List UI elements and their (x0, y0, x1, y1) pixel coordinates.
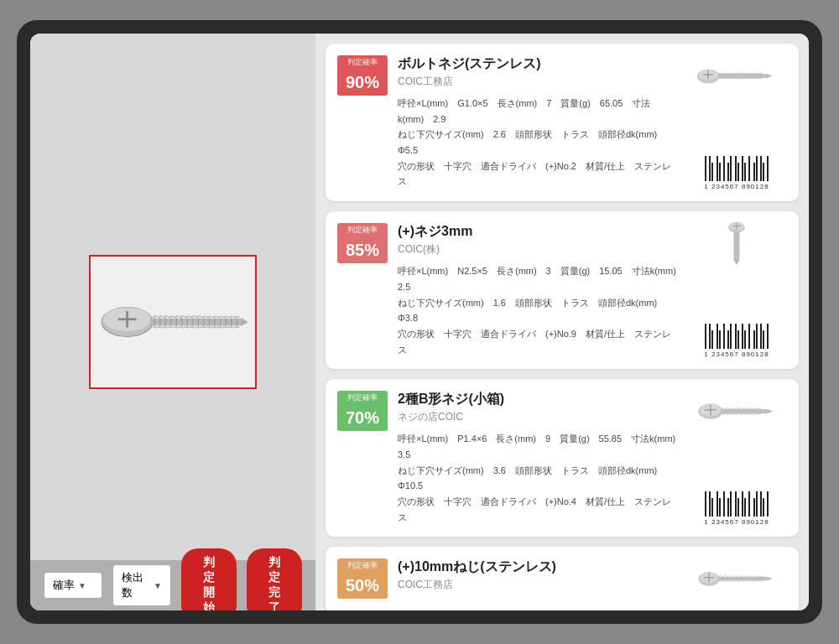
screw-icon-4 (695, 563, 779, 596)
barcode-bars-1 (705, 156, 769, 181)
card-title-4: (+)10mmねじ(ステンレス) (398, 558, 676, 576)
barcode-bars-2 (705, 324, 769, 349)
card-title-1: ボルトネジ(ステンレス) (398, 55, 676, 73)
card-image-barcode-1: 1 234567 890128 (686, 55, 787, 190)
card-specs-2: 呼径×L(mm) N2.5×5 長さ(mm) 3 質量(g) 15.05 寸法k… (398, 263, 676, 357)
card-shop-3: ネジの店COIC (398, 410, 676, 424)
barcode-2: 1 234567 890128 (690, 324, 783, 357)
svg-marker-21 (242, 319, 248, 326)
screw-thumb-4 (695, 558, 779, 600)
badge-value-4: 50% (337, 573, 388, 599)
screen: 確率 ▼ 検出数 ▼ 判定開始 判定完了 判定確率 (30, 34, 809, 610)
badge-value-1: 90% (337, 70, 388, 96)
badge-value-2: 85% (337, 237, 388, 263)
barcode-bars-3 (705, 491, 769, 517)
card-specs-3: 呼径×L(mm) P1.4×6 長さ(mm) 9 質量(g) 55.85 寸法k… (398, 431, 676, 525)
svg-marker-47 (767, 409, 772, 413)
filter-select[interactable]: 確率 ▼ (44, 572, 102, 599)
barcode-number-2: 1 234567 890128 (704, 351, 769, 358)
main-area: 確率 ▼ 検出数 ▼ 判定開始 判定完了 判定確率 (30, 34, 809, 610)
card-shop-2: COIC(株) (398, 242, 676, 257)
svg-marker-53 (767, 577, 772, 580)
barcode-number-3: 1 234567 890128 (704, 518, 769, 526)
confidence-badge-4: 判定確率 50% (337, 558, 388, 602)
svg-marker-27 (767, 74, 772, 78)
svg-rect-26 (718, 74, 767, 78)
bottom-toolbar: 確率 ▼ 検出数 ▼ 判定開始 判定完了 (30, 560, 315, 610)
start-button[interactable]: 判定開始 (181, 548, 237, 610)
confidence-badge-2: 判定確率 85% (337, 223, 388, 357)
svg-marker-41 (734, 260, 740, 265)
barcode-3: 1 234567 890128 (690, 491, 783, 525)
left-panel: 確率 ▼ 検出数 ▼ 判定開始 判定完了 (30, 34, 315, 610)
screw-icon-2 (724, 219, 749, 269)
card-specs-1: 呼径×L(mm) G1.0×5 長さ(mm) 7 質量(g) 65.05 寸法k… (398, 96, 676, 190)
screw-thumb-3 (695, 391, 779, 433)
svg-rect-52 (719, 577, 768, 580)
device-frame: 確率 ▼ 検出数 ▼ 判定開始 判定完了 判定確率 (17, 20, 822, 624)
card-content-1: ボルトネジ(ステンレス) COIC工務店 呼径×L(mm) G1.0×5 長さ(… (398, 55, 676, 190)
card-title-2: (+)ネジ3mm (398, 223, 676, 241)
screw-thumb-2 (695, 223, 779, 265)
card-title-3: 2種B形ネジ(小箱) (398, 391, 676, 408)
badge-label-3: 判定確率 (337, 391, 388, 405)
svg-rect-4 (150, 319, 242, 326)
result-card-2: 判定確率 85% (+)ネジ3mm COIC(株) 呼径×L(mm) N2.5×… (326, 211, 799, 369)
badge-label-1: 判定確率 (337, 55, 388, 70)
result-card-4: 判定確率 50% (+)10mmねじ(ステンレス) COIC工務店 (326, 547, 799, 610)
count-select[interactable]: 検出数 ▼ (112, 564, 171, 606)
result-card-1: 判定確率 90% ボルトネジ(ステンレス) COIC工務店 呼径×L(mm) G… (326, 44, 799, 201)
count-label: 検出数 (122, 570, 150, 600)
badge-value-3: 70% (337, 405, 388, 431)
card-content-4: (+)10mmねじ(ステンレス) COIC工務店 (398, 558, 676, 602)
barcode-number-1: 1 234567 890128 (704, 183, 769, 190)
card-shop-1: COIC工務店 (398, 75, 676, 89)
screw-thumb-1 (695, 55, 779, 97)
badge-label-4: 判定確率 (337, 558, 388, 573)
card-image-barcode-4 (686, 558, 787, 602)
count-arrow-icon: ▼ (154, 581, 162, 590)
filter-label: 確率 (53, 578, 75, 593)
badge-label-2: 判定確率 (337, 223, 388, 237)
card-content-3: 2種B形ネジ(小箱) ネジの店COIC 呼径×L(mm) P1.4×6 長さ(m… (398, 391, 676, 525)
card-content-2: (+)ネジ3mm COIC(株) 呼径×L(mm) N2.5×5 長さ(mm) … (398, 223, 676, 357)
card-image-barcode-3: 1 234567 890128 (686, 391, 787, 525)
screw-image-container (89, 255, 257, 389)
screw-icon-1 (695, 60, 779, 93)
main-screw-image (91, 257, 255, 387)
barcode-1: 1 234567 890128 (690, 156, 783, 190)
card-image-barcode-2: 1 234567 890128 (686, 223, 787, 357)
filter-arrow-icon: ▼ (78, 581, 86, 590)
svg-rect-46 (721, 409, 767, 413)
result-card-3: 判定確率 70% 2種B形ネジ(小箱) ネジの店COIC 呼径×L(mm) P1… (326, 379, 799, 537)
confidence-badge-3: 判定確率 70% (337, 391, 388, 525)
complete-button[interactable]: 判定完了 (247, 548, 302, 610)
card-shop-4: COIC工務店 (398, 578, 676, 592)
screw-icon-3 (695, 395, 779, 428)
confidence-badge-1: 判定確率 90% (337, 55, 388, 190)
right-panel: 判定確率 90% ボルトネジ(ステンレス) COIC工務店 呼径×L(mm) G… (315, 34, 809, 610)
